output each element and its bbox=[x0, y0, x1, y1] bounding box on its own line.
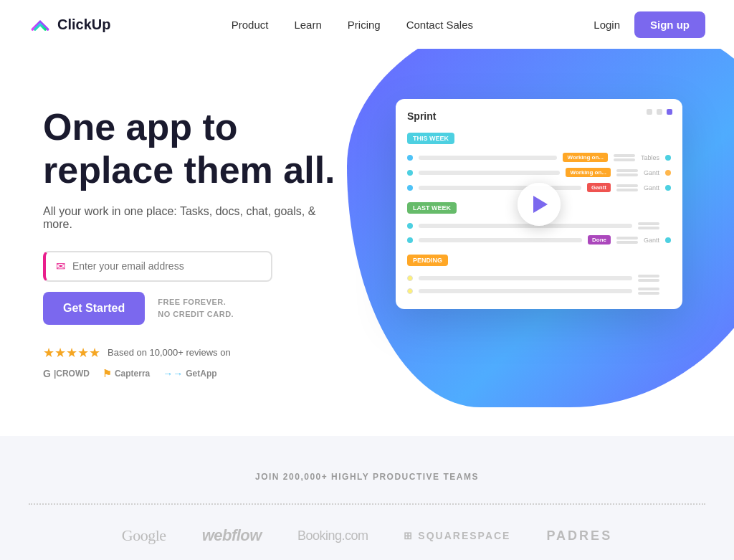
hero-subtext: All your work in one place: Tasks, docs,… bbox=[43, 205, 344, 231]
reviews-row: ★★★★★ Based on 10,000+ reviews on bbox=[43, 345, 344, 361]
task-mini-bars bbox=[616, 237, 638, 244]
task-row bbox=[407, 272, 671, 285]
badge-capterra: ⚑ Capterra bbox=[103, 368, 150, 379]
mini-bar bbox=[616, 184, 638, 187]
task-bar bbox=[419, 171, 560, 175]
assignee: Tables bbox=[641, 154, 659, 161]
status-badge: Gantt bbox=[587, 183, 611, 192]
app-preview: Sprint THIS WEEK Working on... Tables bbox=[396, 99, 682, 309]
nav-contact-sales[interactable]: Contact Sales bbox=[406, 19, 473, 31]
mini-bar bbox=[616, 241, 638, 244]
task-row: Working on... Gantt bbox=[407, 165, 671, 180]
star-rating: ★★★★★ bbox=[43, 345, 100, 361]
google-logo: Google bbox=[122, 526, 166, 545]
mini-bar bbox=[638, 275, 659, 277]
booking-logo: Booking.com bbox=[297, 528, 368, 544]
logo[interactable]: ClickUp bbox=[29, 13, 110, 36]
task-dot bbox=[665, 237, 671, 243]
badges-row: G |CROWD ⚑ Capterra →→ GetApp bbox=[43, 368, 344, 379]
status-badge: Working on... bbox=[563, 153, 608, 162]
sprint-title: Sprint bbox=[407, 110, 671, 122]
clickup-logo-icon bbox=[29, 13, 52, 36]
task-mini-bars bbox=[616, 184, 638, 191]
app-controls bbox=[647, 109, 672, 115]
social-proof-label: JOIN 200,000+ HIGHLY PRODUCTIVE TEAMS bbox=[29, 472, 705, 482]
dotted-divider bbox=[29, 503, 705, 505]
brand-logos: Google webflow Booking.com ⊞ SQUARESPACE… bbox=[29, 526, 705, 545]
app-dot-active bbox=[667, 109, 672, 115]
hero-section: One app to replace them all. All your wo… bbox=[0, 49, 734, 436]
nav-pricing[interactable]: Pricing bbox=[348, 19, 381, 31]
app-dot-2 bbox=[657, 109, 662, 115]
task-row: Working on... Tables bbox=[407, 150, 671, 165]
task-dot bbox=[407, 237, 413, 243]
review-text: Based on 10,000+ reviews on bbox=[108, 347, 231, 358]
hero-content: One app to replace them all. All your wo… bbox=[0, 49, 734, 408]
task-mini-bars bbox=[638, 222, 659, 229]
mini-bar bbox=[616, 174, 638, 176]
mini-bar bbox=[638, 279, 659, 282]
task-dot bbox=[407, 170, 413, 176]
login-button[interactable]: Login bbox=[594, 19, 620, 31]
hero-right: Sprint THIS WEEK Working on... Tables bbox=[373, 92, 705, 309]
task-dot bbox=[407, 155, 413, 161]
status-badge: Done bbox=[588, 235, 611, 245]
nav-links: Product Learn Pricing Contact Sales bbox=[232, 19, 473, 31]
mini-bar bbox=[638, 292, 659, 295]
mini-bar bbox=[614, 154, 635, 157]
task-bar bbox=[419, 238, 582, 242]
task-mini-bars bbox=[638, 288, 659, 295]
hero-headline: One app to replace them all. bbox=[43, 106, 344, 192]
task-dot bbox=[407, 185, 413, 191]
cta-row: Get Started FREE FOREVER. NO CREDIT CARD… bbox=[43, 292, 344, 325]
task-dot bbox=[665, 155, 671, 161]
play-button[interactable] bbox=[518, 183, 561, 226]
mini-bar bbox=[616, 237, 638, 239]
email-icon: ✉ bbox=[56, 260, 65, 273]
nav-product[interactable]: Product bbox=[232, 19, 269, 31]
pending-label: PENDING bbox=[407, 255, 448, 266]
mini-bar bbox=[638, 288, 659, 290]
task-bar bbox=[419, 289, 632, 293]
app-dot-1 bbox=[647, 109, 652, 115]
badge-gcrowd: G |CROWD bbox=[43, 368, 90, 379]
webflow-logo: webflow bbox=[202, 526, 262, 545]
task-bar bbox=[419, 186, 581, 190]
free-text: FREE FOREVER. NO CREDIT CARD. bbox=[158, 296, 234, 320]
assignee: Gantt bbox=[644, 184, 659, 191]
status-badge: Working on... bbox=[566, 168, 611, 177]
play-icon bbox=[533, 196, 548, 213]
assignee: Gantt bbox=[644, 169, 659, 176]
email-form: ✉ Get Started FREE FOREVER. NO CREDIT CA… bbox=[43, 251, 344, 325]
logo-text: ClickUp bbox=[57, 16, 110, 33]
mini-bar bbox=[616, 169, 638, 172]
mini-bar bbox=[614, 158, 635, 161]
navbar: ClickUp Product Learn Pricing Contact Sa… bbox=[0, 0, 734, 49]
task-mini-bars bbox=[614, 154, 635, 161]
social-proof-section: JOIN 200,000+ HIGHLY PRODUCTIVE TEAMS Go… bbox=[0, 436, 734, 560]
assignee: Gantt bbox=[644, 237, 659, 244]
nav-learn[interactable]: Learn bbox=[294, 19, 321, 31]
nav-actions: Login Sign up bbox=[594, 11, 705, 38]
signup-button[interactable]: Sign up bbox=[634, 11, 705, 38]
task-dot bbox=[665, 223, 671, 229]
padres-logo: PADRES bbox=[546, 528, 612, 544]
task-dot bbox=[665, 288, 671, 294]
task-dot bbox=[407, 288, 413, 294]
squarespace-logo: ⊞ SQUARESPACE bbox=[404, 530, 510, 541]
email-input[interactable] bbox=[72, 260, 261, 272]
task-dot bbox=[407, 275, 413, 281]
this-week-label: THIS WEEK bbox=[407, 133, 454, 144]
task-dot bbox=[665, 185, 671, 191]
mini-bar bbox=[616, 189, 638, 191]
task-mini-bars bbox=[638, 275, 659, 282]
task-bar bbox=[419, 156, 557, 160]
task-row bbox=[407, 285, 671, 298]
last-week-label: LAST WEEK bbox=[407, 202, 457, 214]
hero-left: One app to replace them all. All your wo… bbox=[43, 92, 344, 379]
task-dot bbox=[665, 275, 671, 281]
email-input-wrapper[interactable]: ✉ bbox=[43, 251, 272, 282]
mini-bar bbox=[638, 227, 659, 229]
get-started-button[interactable]: Get Started bbox=[43, 292, 145, 325]
task-bar bbox=[419, 224, 632, 228]
